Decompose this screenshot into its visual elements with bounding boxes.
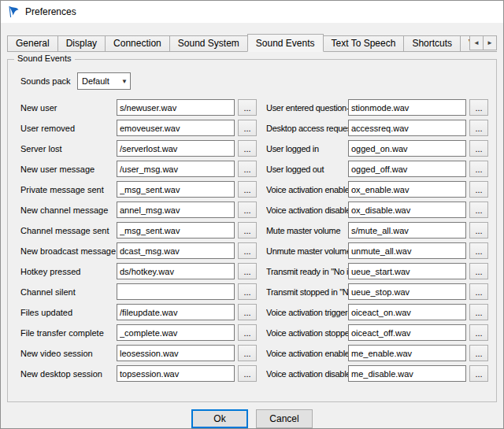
sound-file-input[interactable] [117,202,235,218]
browse-button[interactable]: ... [238,283,257,300]
sound-event-row: Hotkey pressed... [20,263,257,279]
sound-event-row: Files updated... [20,304,257,320]
sound-event-label: Mute master volume [266,226,348,235]
browse-button[interactable]: ... [238,181,257,198]
sound-event-label: Voice activation enabled via "Me" menu [266,349,348,358]
browse-button[interactable]: ... [238,161,257,177]
sound-event-row: User logged in... [266,140,488,157]
sound-event-row: Voice activation disabled via "Me" menu.… [266,365,488,382]
sound-file-input[interactable] [117,345,235,361]
browse-button[interactable]: ... [238,345,257,361]
sound-event-row: New video session... [20,345,257,361]
tab-display[interactable]: Display [57,35,106,52]
browse-button[interactable]: ... [238,202,257,218]
browse-button[interactable]: ... [469,304,488,320]
sound-file-input[interactable] [117,242,235,259]
browse-button[interactable]: ... [469,345,488,361]
sound-event-row: New user message... [20,161,257,177]
tab-connection[interactable]: Connection [105,35,170,52]
tab-scroller: ◄ ► [470,35,497,50]
browse-button[interactable]: ... [469,365,488,382]
sound-event-row: Desktop access request... [266,120,488,136]
browse-button[interactable]: ... [238,324,257,341]
sound-file-input[interactable] [117,99,235,116]
sound-event-label: Voice activation enabled [266,185,348,194]
sound-file-input[interactable] [348,202,466,218]
browse-button[interactable]: ... [469,202,488,218]
sound-file-input[interactable] [117,140,235,157]
browse-button[interactable]: ... [469,324,488,341]
sound-event-label: Channel message sent [20,226,117,235]
sound-event-row: Transmit stopped in "No interruption" ch… [266,283,488,300]
browse-button[interactable]: ... [469,120,488,136]
sound-file-input[interactable] [348,242,466,259]
sound-event-label: Private message sent [20,185,117,194]
tab-sound-events[interactable]: Sound Events [247,34,324,52]
sound-event-label: Hotkey pressed [20,267,117,276]
sound-file-input[interactable] [348,99,466,116]
tab-sound-system[interactable]: Sound System [169,35,248,52]
sound-file-input[interactable] [348,345,466,361]
ok-button[interactable]: Ok [191,409,248,428]
window-title: Preferences [25,6,76,17]
sound-file-input[interactable] [117,161,235,177]
browse-button[interactable]: ... [469,242,488,259]
browse-button[interactable]: ... [238,99,257,116]
browse-button[interactable]: ... [238,365,257,382]
sound-file-input[interactable] [117,324,235,341]
tab-shortcuts[interactable]: Shortcuts [403,35,461,52]
sound-file-input[interactable] [348,365,466,382]
sound-event-label: User entered question-mode [266,103,348,113]
sound-event-label: User removed [20,124,117,133]
browse-button[interactable]: ... [469,283,488,300]
sound-file-input[interactable] [117,365,235,382]
browse-button[interactable]: ... [238,242,257,259]
browse-button[interactable]: ... [469,222,488,239]
sound-event-label: User logged out [266,165,348,174]
tab-text-to-speech[interactable]: Text To Speech [323,35,405,52]
sound-file-input[interactable] [348,140,466,157]
sound-file-input[interactable] [348,161,466,177]
browse-button[interactable]: ... [238,140,257,157]
sound-event-row: User logged out... [266,161,488,177]
sound-file-input[interactable] [348,283,466,300]
sound-event-label: New user message [20,165,117,174]
sound-event-label: New desktop session [20,369,117,379]
sound-file-input[interactable] [117,263,235,279]
sound-file-input[interactable] [348,222,466,239]
sound-event-label: Voice activation stopped [266,328,348,338]
tab-scroll-left-button[interactable]: ◄ [469,35,484,50]
sound-file-input[interactable] [348,304,466,320]
sound-event-row: Channel silent... [20,283,257,300]
sounds-pack-select[interactable]: Default ▼ [77,72,131,90]
titlebar: Preferences [1,1,503,23]
browse-button[interactable]: ... [238,263,257,279]
browse-button[interactable]: ... [238,304,257,320]
sound-file-input[interactable] [348,324,466,341]
sound-file-input[interactable] [117,222,235,239]
browse-button[interactable]: ... [469,181,488,198]
sound-file-input[interactable] [117,120,235,136]
sound-event-row: Private message sent... [20,181,257,198]
groupbox-title: Sound Events [14,54,75,63]
browse-button[interactable]: ... [469,140,488,157]
sound-file-input[interactable] [348,120,466,136]
sound-event-label: Voice activation triggered [266,308,348,317]
browse-button[interactable]: ... [469,263,488,279]
sound-event-label: Transmit ready in "No interruption" chan… [266,267,348,276]
sound-file-input[interactable] [348,181,466,198]
tab-scroll-right-button[interactable]: ► [483,35,497,50]
browse-button[interactable]: ... [238,222,257,239]
browse-button[interactable]: ... [469,99,488,116]
sound-file-input[interactable] [117,304,235,320]
browse-button[interactable]: ... [469,161,488,177]
sound-file-input[interactable] [117,283,235,300]
tab-general[interactable]: General [7,35,58,52]
cancel-button[interactable]: Cancel [256,409,313,428]
sound-file-input[interactable] [117,181,235,198]
sound-event-row: Unmute master volume... [266,242,488,259]
sound-event-row: Transmit ready in "No interruption" chan… [266,263,488,279]
browse-button[interactable]: ... [238,120,257,136]
sound-event-label: User logged in [266,144,348,153]
sound-file-input[interactable] [348,263,466,279]
